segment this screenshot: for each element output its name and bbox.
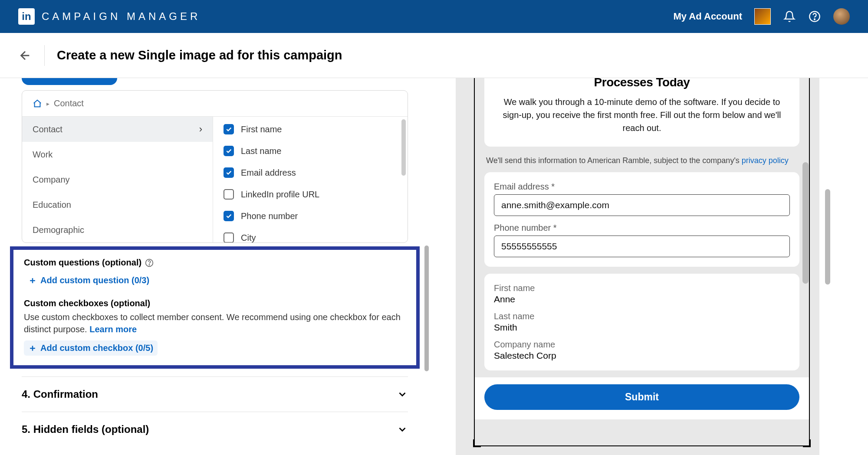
phone-input[interactable] [494, 236, 790, 257]
field-label: First name [241, 124, 282, 134]
preview-viewport: Processes Today We walk you through a 10… [456, 78, 819, 455]
top-nav-right: My Ad Account [674, 8, 850, 25]
frame-corner-icon [803, 439, 811, 447]
field-selector-card: ▸ Contact Contact › Work › Company › [22, 90, 408, 243]
svg-point-3 [149, 264, 149, 265]
user-avatar[interactable] [833, 8, 850, 25]
preview-header-card: Processes Today We walk you through a 10… [484, 78, 799, 147]
scrollbar-thumb[interactable] [825, 189, 830, 285]
category-label: Company [33, 175, 70, 185]
divider [44, 45, 45, 66]
notifications-icon[interactable] [783, 10, 796, 23]
field-option[interactable]: City [213, 227, 408, 242]
back-arrow-icon[interactable] [18, 49, 32, 62]
add-custom-checkbox-button[interactable]: Add custom checkbox (0/5) [24, 340, 158, 356]
email-input[interactable] [494, 194, 790, 216]
checkbox-icon[interactable] [224, 124, 234, 134]
page-title: Create a new Single image ad for this ca… [57, 48, 342, 62]
first-name-label: First name [494, 283, 790, 293]
learn-more-link[interactable]: Learn more [89, 324, 137, 334]
add-custom-question-button[interactable]: Add custom question (0/3) [24, 273, 154, 288]
accordion-title: 5. Hidden fields (optional) [22, 423, 149, 435]
category-label: Demographic [33, 225, 84, 235]
home-icon[interactable] [33, 99, 42, 108]
preview-profile-card: First name Anne Last name Smith Company … [484, 274, 799, 370]
last-name-label: Last name [494, 311, 790, 321]
category-company[interactable]: Company › [22, 167, 213, 192]
accordion-title: 4. Confirmation [22, 388, 98, 400]
preview-pane: Processes Today We walk you through a 10… [430, 78, 868, 455]
heading-text: Custom questions (optional) [24, 258, 141, 268]
custom-checkboxes-heading: Custom checkboxes (optional) [24, 298, 406, 308]
field-label: Last name [241, 146, 281, 156]
first-name-value: Anne [494, 294, 790, 304]
preview-input-card: Email address * Phone number * [484, 172, 799, 267]
breadcrumb-caret-icon: ▸ [46, 100, 49, 107]
last-name-value: Smith [494, 322, 790, 333]
checkbox-icon[interactable] [224, 232, 234, 242]
checkbox-icon[interactable] [224, 167, 234, 178]
preview-headline-partial: Processes Today [494, 78, 790, 89]
left-scrollbar[interactable] [424, 81, 430, 452]
preview-device-frame: Processes Today We walk you through a 10… [474, 78, 810, 446]
accordion-hidden-fields[interactable]: 5. Hidden fields (optional) [22, 412, 408, 447]
field-option[interactable]: Last name [213, 140, 408, 162]
section-pill-fragment [22, 78, 117, 85]
breadcrumb: ▸ Contact [22, 91, 408, 117]
preview-scrollbar[interactable] [802, 78, 809, 445]
preview-subhead: We walk you through a 10-minute demo of … [494, 95, 790, 137]
chevron-down-icon [397, 424, 408, 435]
category-education[interactable]: Education › [22, 192, 213, 217]
privacy-policy-link[interactable]: privacy policy [742, 156, 789, 165]
custom-fields-highlight: Custom questions (optional) Add custom q… [10, 246, 420, 369]
account-thumbnail-icon[interactable] [754, 8, 771, 25]
category-demographic[interactable]: Demographic › [22, 217, 213, 242]
field-option[interactable]: LinkedIn profile URL [213, 183, 408, 205]
page-header: Create a new Single image ad for this ca… [0, 33, 868, 78]
field-option[interactable]: First name [213, 118, 408, 140]
checkbox-icon[interactable] [224, 146, 234, 156]
breadcrumb-label[interactable]: Contact [54, 98, 84, 108]
checkbox-icon[interactable] [224, 211, 234, 221]
category-contact[interactable]: Contact › [22, 117, 213, 142]
chevron-down-icon [397, 389, 408, 400]
checkbox-icon[interactable] [224, 189, 234, 200]
help-tooltip-icon[interactable] [145, 259, 154, 267]
category-work[interactable]: Work › [22, 142, 213, 167]
svg-point-1 [814, 19, 815, 20]
email-label: Email address * [494, 182, 790, 192]
custom-questions-heading: Custom questions (optional) [24, 258, 406, 268]
category-label: Contact [33, 124, 62, 134]
help-icon[interactable] [808, 10, 821, 23]
field-label: City [241, 233, 256, 243]
top-nav: in CAMPAIGN MANAGER My Ad Account [0, 0, 868, 33]
category-label: Work [33, 150, 53, 160]
field-label: LinkedIn profile URL [241, 190, 319, 200]
chevron-right-icon: › [199, 199, 202, 210]
field-label: Email address [241, 168, 296, 178]
chevron-right-icon: › [199, 224, 202, 236]
chevron-right-icon: › [199, 149, 202, 160]
category-label: Education [33, 200, 71, 210]
submit-button[interactable]: Submit [484, 384, 799, 410]
field-option[interactable]: Email address [213, 162, 408, 183]
right-outer-scrollbar[interactable] [825, 81, 831, 350]
accordion-confirmation[interactable]: 4. Confirmation [22, 376, 408, 412]
scrollbar-thumb[interactable] [802, 162, 809, 284]
scrollbar-thumb[interactable] [401, 119, 406, 176]
linkedin-logo-icon[interactable]: in [18, 8, 35, 25]
heading-text: Custom checkboxes (optional) [24, 298, 150, 308]
field-label: Phone number [241, 211, 298, 221]
scrollbar-thumb[interactable] [424, 246, 429, 371]
company-name-value: Salestech Corp [494, 350, 790, 361]
phone-label: Phone number * [494, 223, 790, 233]
frame-corner-icon [473, 439, 481, 447]
form-builder-pane: ▸ Contact Contact › Work › Company › [0, 78, 430, 455]
top-nav-left: in CAMPAIGN MANAGER [18, 8, 201, 25]
custom-checkboxes-description: Use custom checkboxes to collect member … [24, 311, 406, 335]
preview-submit-bar: Submit [475, 377, 809, 419]
field-option[interactable]: Phone number [213, 205, 408, 227]
add-link-label: Add custom question (0/3) [40, 275, 149, 285]
account-name[interactable]: My Ad Account [674, 11, 742, 22]
preview-disclosure: We'll send this information to American … [475, 154, 809, 172]
